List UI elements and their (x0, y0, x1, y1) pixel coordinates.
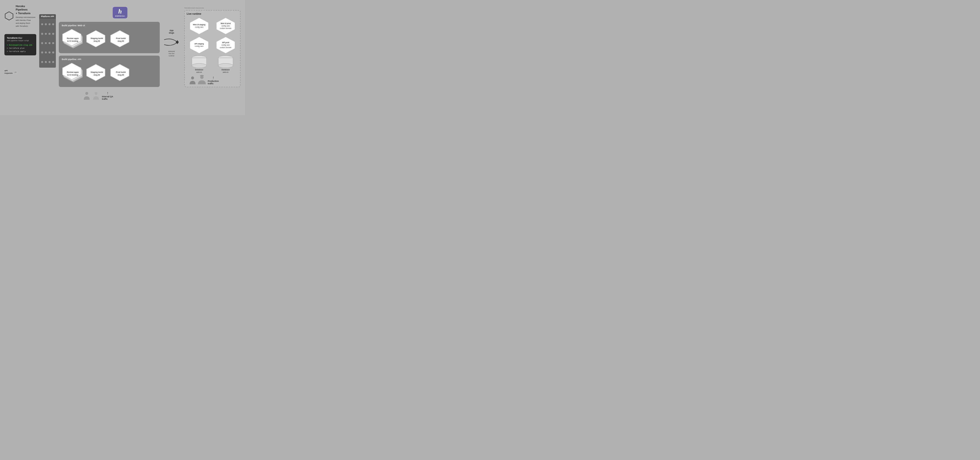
stage-review-apps-webui: Review apps& CI testing (62, 29, 84, 51)
hexagon-logo-icon (5, 11, 14, 21)
pipeline-web-ui-stages: Review apps& CI testing Staging buildslu… (62, 29, 157, 51)
left-panel: Heroku Pipelines+ Terraform Develop micr… (5, 5, 36, 75)
runtime-row-webui: Web UI stagingconfig vars Web UI prodcon… (187, 17, 238, 35)
grid-dot (45, 42, 47, 44)
runtime-rows: Web UI stagingconfig vars Web UI prodcon… (187, 17, 238, 73)
grid-dot (49, 23, 51, 25)
webui-staging-item: Web UI stagingconfig vars (187, 17, 212, 35)
grid-dot (41, 51, 43, 53)
webui-prod-label: Web UI prodconfig varscustom domain (218, 22, 234, 29)
stage-staging-build-webui: Staging buildslug ID (86, 30, 108, 49)
webui-staging-label: Web UI stagingconfig vars (191, 24, 207, 29)
api-requests-label: APIrequests (5, 70, 13, 74)
prod-traffic-arrow-icon: ↑ (212, 75, 214, 80)
cli-line-2: > terraform plan (7, 47, 34, 50)
grid-dot (49, 33, 51, 35)
app-slugs-label: Appslugs (169, 29, 174, 34)
svg-point-23 (191, 76, 194, 80)
stage-staging-build-webui-label: Staging buildslug ID (89, 37, 105, 42)
grid-dot (45, 23, 47, 25)
platform-api-section: Platform API (39, 14, 56, 68)
svg-point-11 (85, 92, 88, 95)
grid-dot (52, 33, 54, 35)
api-prod-label: API prodconfig varscustom domain (218, 41, 234, 49)
grid-dot (41, 42, 43, 44)
svg-point-12 (95, 92, 97, 95)
terraform-cli-box: Terraform CLI with pipeline helper scrip… (5, 34, 36, 56)
grid-dot (52, 51, 54, 53)
cli-title: Terraform CLI (7, 37, 34, 40)
api-staging-item: API stagingconfig vars (187, 36, 212, 54)
person4-icon (198, 75, 206, 85)
center-section: h HEROKU Build pipeline: Web UI (59, 7, 181, 100)
api-prod-item: API prodconfig varscustom domain (213, 36, 238, 54)
db-staging-label: Databaseadd-on (195, 68, 203, 73)
person2-icon (92, 91, 99, 100)
platform-api-grid (39, 19, 56, 68)
grid-dot (41, 23, 43, 25)
pipeline-web-ui: Build pipeline: Web UI Review apps& CI t… (59, 22, 160, 53)
grid-dot (45, 33, 47, 35)
logo-area: Heroku Pipelines+ Terraform Develop micr… (5, 5, 36, 28)
stage-review-apps-webui-label: Review apps& CI testing (65, 37, 81, 42)
right-section: Terraformed resources Live runtime Web U… (184, 7, 240, 87)
grid-dot (41, 33, 43, 35)
grid-dot (49, 61, 51, 63)
stage-prod-build-webui-label: Prod buildslug ID (113, 37, 129, 42)
person3-icon (189, 76, 196, 85)
runtime-row-api: API stagingconfig vars API prodconfig va… (187, 36, 238, 54)
grid-dot (45, 61, 47, 63)
qa-traffic-arrow-icon: ↑ (107, 91, 108, 96)
platform-api-title: Platform API (39, 14, 56, 19)
svg-point-24 (200, 75, 204, 79)
stage-staging-build-api: Staging buildslug ID (86, 64, 108, 83)
grid-dot (49, 42, 51, 44)
database-prod-item: Databaseadd-on (213, 56, 238, 73)
app-slugs-area: Appslugs releasedinto liveruntime (162, 22, 181, 57)
terraformed-resources-label: Terraformed resources (184, 7, 240, 9)
brand-subtitle: Develop microserviceswith Heroku Flowand… (16, 16, 36, 28)
svg-marker-0 (5, 12, 13, 20)
stage-staging-build-api-label: Staging buildslug ID (89, 71, 105, 76)
released-label: releasedinto liveruntime (168, 50, 175, 57)
person1-icon (83, 91, 90, 100)
pipeline-api-stages: Review apps& CI testing Staging buildslu… (62, 62, 157, 84)
heroku-logo-area: h HEROKU (59, 7, 181, 18)
heroku-text: HEROKU (115, 15, 125, 17)
db-prod-label: Databaseadd-on (221, 68, 229, 73)
pipeline-api: Build pipeline: API Review apps& CI test… (59, 56, 160, 87)
cli-line-3: > terraform apply (7, 50, 34, 53)
cli-subtitle: with pipeline helper script (7, 40, 34, 41)
brand-title: Heroku Pipelines+ Terraform (16, 5, 36, 15)
api-requests-area: APIrequests → (5, 70, 36, 74)
grid-dot (49, 51, 51, 53)
pipelines-column: Build pipeline: Web UI Review apps& CI t… (59, 22, 160, 87)
webui-prod-item: Web UI prodconfig varscustom domain (213, 17, 238, 35)
db-staging-cylinder-icon (191, 56, 208, 68)
stage-prod-build-api-label: Prod buildslug ID (113, 71, 129, 76)
pipeline-api-label: Build pipeline: API (62, 58, 157, 60)
grid-dot (45, 51, 47, 53)
cli-code: > bin/pipeline-slug-ids > terraform plan… (7, 44, 34, 53)
app-slugs-arrows-icon (163, 36, 180, 48)
database-staging-item: Databaseadd-on (187, 56, 212, 73)
heroku-logo-box: h HEROKU (113, 7, 127, 18)
internal-traffic-area: ↑ Internal QAtraffic (59, 91, 181, 100)
grid-dot (41, 61, 43, 63)
stage-prod-build-webui: Prod buildslug ID (110, 30, 132, 49)
pipeline-web-ui-label: Build pipeline: Web UI (62, 24, 157, 27)
runtime-row-databases: Databaseadd-on Databaseadd-on (187, 56, 238, 73)
main-container: Heroku Pipelines+ Terraform Develop micr… (0, 0, 245, 115)
grid-dot (52, 42, 54, 44)
stage-prod-build-api: Prod buildslug ID (110, 64, 132, 83)
db-prod-cylinder-icon (217, 56, 234, 68)
heroku-h-letter: h (118, 8, 122, 15)
stage-review-apps-api-label: Review apps& CI testing (65, 71, 81, 76)
grid-dot (52, 61, 54, 63)
cli-line-1: > bin/pipeline-slug-ids (7, 44, 34, 47)
grid-dot (52, 23, 54, 25)
stage-review-apps-api: Review apps& CI testing (62, 62, 84, 84)
svg-point-19 (192, 64, 207, 68)
live-runtime-title: Live runtime (187, 13, 238, 15)
live-runtime-box: Live runtime Web UI stagingconfig vars W… (184, 10, 240, 87)
